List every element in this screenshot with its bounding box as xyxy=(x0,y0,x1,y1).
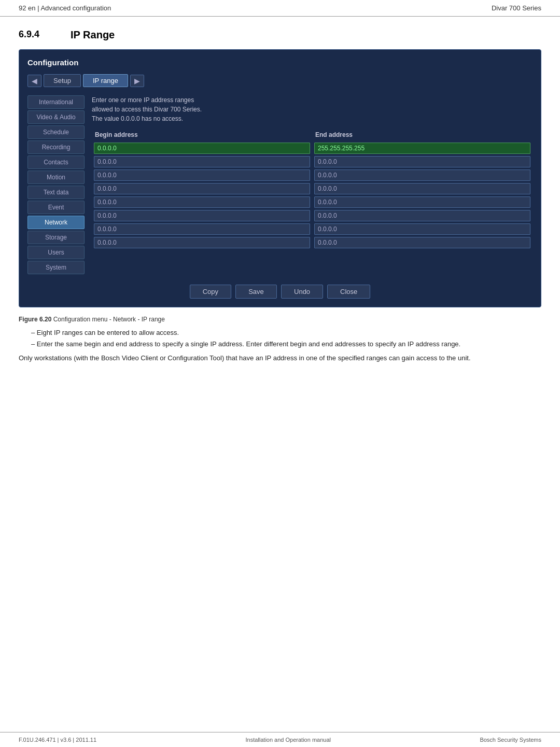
config-panel-title: Configuration xyxy=(27,58,533,67)
undo-button[interactable]: Undo xyxy=(281,285,323,299)
end-address-row-0[interactable] xyxy=(314,143,530,154)
tab-arrow-right[interactable]: ▶ xyxy=(130,75,144,87)
table-row xyxy=(92,195,533,209)
tab-arrow-left[interactable]: ◀ xyxy=(27,75,41,87)
col-begin-header: Begin address xyxy=(92,130,312,142)
body-text: Only workstations (with the Bosch Video … xyxy=(19,353,541,364)
begin-address-row-5[interactable] xyxy=(94,210,310,221)
sidebar-item-recording[interactable]: Recording xyxy=(27,140,85,154)
tab-navigation: ◀ Setup IP range ▶ xyxy=(27,74,533,87)
end-address-row-7[interactable] xyxy=(314,237,530,248)
bottom-buttons: Copy Save Undo Close xyxy=(27,285,533,299)
section-title: IP Range xyxy=(71,29,115,41)
header-right: Divar 700 Series xyxy=(492,4,541,12)
table-row xyxy=(92,168,533,182)
end-address-row-4[interactable] xyxy=(314,196,530,208)
section-number: 6.9.4 xyxy=(19,29,50,41)
config-panel: Configuration ◀ Setup IP range ▶ Interna… xyxy=(19,49,541,307)
table-row xyxy=(92,155,533,168)
begin-address-row-3[interactable] xyxy=(94,183,310,194)
bullet-1: Eight IP ranges can be entered to allow … xyxy=(31,327,541,339)
page-header: 92 en | Advanced configuration Divar 700… xyxy=(0,0,560,17)
sidebar-item-event[interactable]: Event xyxy=(27,201,85,214)
begin-address-row-4[interactable] xyxy=(94,196,310,208)
sidebar-item-network[interactable]: Network xyxy=(27,216,85,229)
sidebar-item-schedule[interactable]: Schedule xyxy=(27,125,85,139)
end-address-row-1[interactable] xyxy=(314,156,530,167)
sidebar-item-text-data[interactable]: Text data xyxy=(27,186,85,199)
table-row xyxy=(92,142,533,155)
figure-caption: Figure 6.20 Configuration menu - Network… xyxy=(19,316,541,323)
sidebar-item-system[interactable]: System xyxy=(27,261,85,274)
figure-label: Figure 6.20 xyxy=(19,316,51,323)
sidebar-item-motion[interactable]: Motion xyxy=(27,171,85,184)
close-button[interactable]: Close xyxy=(327,285,370,299)
right-panel: Enter one or more IP address ranges allo… xyxy=(92,95,533,274)
sidebar-item-contacts[interactable]: Contacts xyxy=(27,156,85,169)
page-footer: F.01U.246.471 | v3.6 | 2011.11 Installat… xyxy=(0,732,560,747)
footer-left: F.01U.246.471 | v3.6 | 2011.11 xyxy=(19,737,96,743)
table-row xyxy=(92,236,533,249)
col-end-header: End address xyxy=(312,130,533,142)
ip-table: Begin address End address xyxy=(92,130,533,249)
end-address-row-6[interactable] xyxy=(314,223,530,235)
tab-ip-range[interactable]: IP range xyxy=(83,74,128,87)
begin-address-row-7[interactable] xyxy=(94,237,310,248)
save-button[interactable]: Save xyxy=(235,285,277,299)
sidebar-item-video-audio[interactable]: Video & Audio xyxy=(27,110,85,124)
begin-address-row-0[interactable] xyxy=(94,143,310,154)
end-address-row-2[interactable] xyxy=(314,170,530,181)
sidebar-item-storage[interactable]: Storage xyxy=(27,231,85,244)
table-row xyxy=(92,182,533,195)
table-row xyxy=(92,209,533,222)
begin-address-row-6[interactable] xyxy=(94,223,310,235)
footer-right: Bosch Security Systems xyxy=(480,737,541,743)
section-heading: 6.9.4 IP Range xyxy=(0,17,560,49)
sidebar-item-users[interactable]: Users xyxy=(27,246,85,259)
footer-center: Installation and Operation manual xyxy=(245,737,331,743)
sidebar-item-international[interactable]: International xyxy=(27,95,85,109)
end-address-row-5[interactable] xyxy=(314,210,530,221)
copy-button[interactable]: Copy xyxy=(190,285,231,299)
tab-setup[interactable]: Setup xyxy=(44,74,81,87)
begin-address-row-2[interactable] xyxy=(94,170,310,181)
figure-caption-desc: Configuration menu - Network - IP range xyxy=(53,316,165,323)
info-text: Enter one or more IP address ranges allo… xyxy=(92,95,533,123)
config-content: International Video & Audio Schedule Rec… xyxy=(27,95,533,274)
end-address-row-3[interactable] xyxy=(314,183,530,194)
header-left: 92 en | Advanced configuration xyxy=(19,4,111,12)
sidebar-menu: International Video & Audio Schedule Rec… xyxy=(27,95,85,274)
begin-address-row-1[interactable] xyxy=(94,156,310,167)
table-row xyxy=(92,222,533,236)
bullet-list: Eight IP ranges can be entered to allow … xyxy=(31,327,541,350)
bullet-2: Enter the same begin and end address to … xyxy=(31,339,541,350)
